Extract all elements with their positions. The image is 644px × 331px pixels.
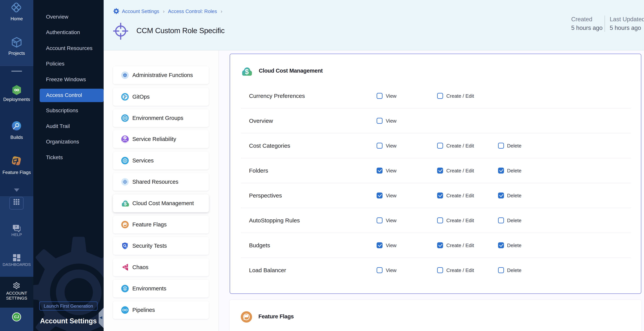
svg-text:$: $ bbox=[124, 201, 127, 206]
svg-text:?: ? bbox=[15, 225, 17, 229]
svg-text:$: $ bbox=[245, 68, 249, 76]
